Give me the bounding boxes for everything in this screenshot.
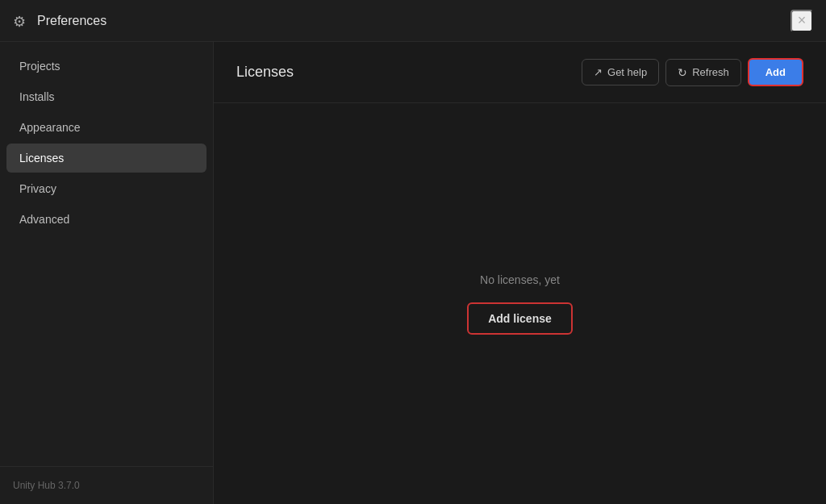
main-content: Licenses ↗ Get help ↻ Refresh Add	[214, 42, 826, 504]
titlebar: ⚙ Preferences ×	[0, 0, 826, 42]
titlebar-left: ⚙ Preferences	[13, 13, 106, 29]
main-header: Licenses ↗ Get help ↻ Refresh Add	[214, 42, 826, 103]
gear-icon: ⚙	[13, 13, 29, 29]
main-body: No licenses, yet Add license	[214, 103, 826, 504]
get-help-label: Get help	[607, 66, 647, 78]
add-button[interactable]: Add	[748, 58, 803, 86]
sidebar-item-installs[interactable]: Installs	[6, 82, 206, 111]
content-area: Projects Installs Appearance Licenses Pr…	[0, 42, 826, 504]
sidebar-label-advanced: Advanced	[19, 213, 69, 226]
sidebar-label-projects: Projects	[19, 60, 60, 73]
sidebar-label-privacy: Privacy	[19, 182, 56, 195]
close-button[interactable]: ×	[791, 10, 813, 32]
sidebar: Projects Installs Appearance Licenses Pr…	[0, 42, 214, 504]
sidebar-nav: Projects Installs Appearance Licenses Pr…	[0, 42, 213, 466]
refresh-icon: ↻	[678, 66, 687, 79]
window-title: Preferences	[37, 14, 106, 28]
sidebar-item-licenses[interactable]: Licenses	[6, 144, 206, 173]
sidebar-footer: Unity Hub 3.7.0	[0, 466, 213, 504]
header-actions: ↗ Get help ↻ Refresh Add	[582, 58, 803, 86]
external-link-icon: ↗	[594, 66, 603, 78]
refresh-button[interactable]: ↻ Refresh	[665, 59, 741, 86]
sidebar-item-appearance[interactable]: Appearance	[6, 113, 206, 142]
version-label: Unity Hub 3.7.0	[13, 480, 80, 491]
sidebar-item-projects[interactable]: Projects	[6, 52, 206, 81]
add-license-button[interactable]: Add license	[467, 302, 573, 335]
page-title: Licenses	[236, 64, 294, 81]
get-help-button[interactable]: ↗ Get help	[582, 59, 659, 85]
empty-message: No licenses, yet	[480, 273, 560, 286]
preferences-window: ⚙ Preferences × Projects Installs Appear…	[0, 0, 826, 504]
sidebar-item-privacy[interactable]: Privacy	[6, 174, 206, 203]
sidebar-item-advanced[interactable]: Advanced	[6, 205, 206, 234]
sidebar-label-appearance: Appearance	[19, 121, 81, 134]
sidebar-label-licenses: Licenses	[19, 152, 64, 165]
refresh-label: Refresh	[692, 66, 729, 78]
add-label: Add	[766, 66, 786, 78]
sidebar-label-installs: Installs	[19, 90, 55, 103]
